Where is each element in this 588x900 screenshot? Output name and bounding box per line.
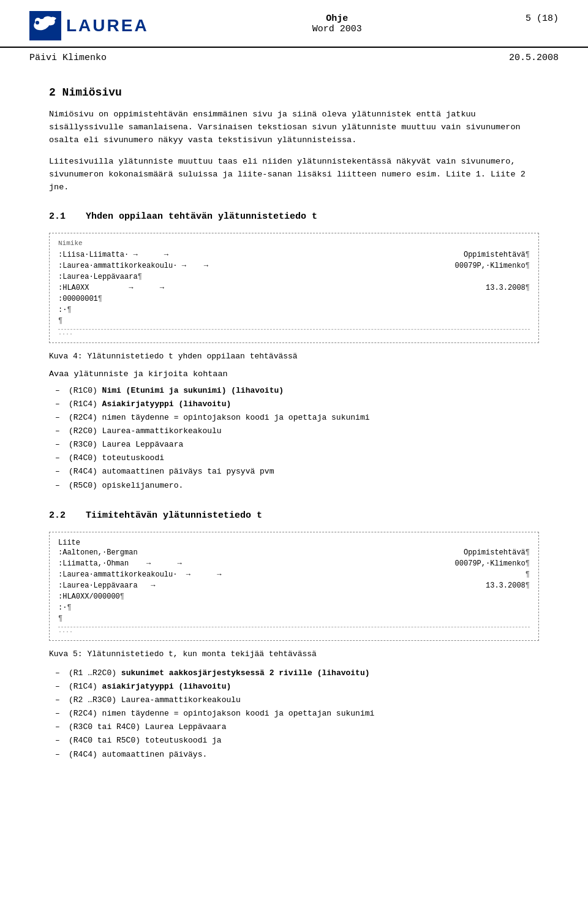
list-item: (R4C4) automaattinen päiväys tai pysyvä … (49, 466, 539, 478)
box1-row2: :Laurea·ammattikorkeakoulu· → → 00079P,·… (58, 260, 530, 271)
section2-para1: Nimiösivu on oppimistehtävän ensimmäinen… (49, 108, 539, 147)
main-content: 2 Nimiösivu Nimiösivu on oppimistehtävän… (0, 69, 588, 795)
box1-label: Nimike (58, 240, 530, 247)
list-item: (R1 …R2C0) sukunimet aakkosjärjestyksess… (49, 667, 539, 679)
section2-heading: 2 Nimiösivu (49, 86, 539, 99)
list-item: (R4C0 tai R5C0) toteutuskoodi ja (49, 735, 539, 747)
list-item: (R2 …R3C0) Laurea-ammattikorkeakoulu (49, 694, 539, 706)
box2-row2-right: 00079P,·Klimenko¶ (455, 558, 530, 569)
doc-date: 20.5.2008 (509, 53, 559, 63)
header-example-box-2: Liite :Aaltonen,·Bergman Oppimistehtävä¶… (49, 532, 539, 641)
page: LAUREA Ohje Word 2003 5 (18) Päivi Klime… (0, 0, 588, 900)
box1-row3: :Laurea·Leppävaara¶ (58, 271, 530, 282)
box2-row5: :HLA0XX/000000¶ (58, 591, 530, 602)
list-item: (R4C0) toteutuskoodi (49, 452, 539, 464)
bullet-list-2: (R1 …R2C0) sukunimet aakkosjärjestyksess… (49, 667, 539, 761)
list-item: (R1C4) Asiakirjatyyppi (lihavoitu) (49, 398, 539, 410)
author-name: Päivi Klimenko (29, 53, 107, 63)
box2-row1: :Aaltonen,·Bergman Oppimistehtävä¶ (58, 547, 530, 558)
header-center: Ohje Word 2003 (149, 11, 526, 34)
box2-row6: :·¶ (58, 602, 530, 613)
box1-row1: :Liisa·Liimatta· → → Oppimistehtävä¶ (58, 249, 530, 260)
list-item: (R2C4) nimen täydenne = opintojakson koo… (49, 412, 539, 424)
box2-footer: ···· (58, 629, 530, 635)
caption2: Kuva 5: Ylätunnistetiedo t, kun monta te… (49, 649, 539, 659)
svg-point-4 (36, 21, 39, 25)
box1-row4-left: :HLA0XX → → (58, 282, 164, 293)
box1-row2-left: :Laurea·ammattikorkeakoulu· → → (58, 260, 208, 271)
doc-label: Ohje (149, 13, 526, 24)
caption1: Kuva 4: Ylätunnistetiedo t yhden oppilaa… (49, 352, 539, 361)
list-item: (R4C4) automaattinen päiväys. (49, 749, 539, 761)
list-item: (R2C0) Laurea-ammattikorkeakoulu (49, 425, 539, 437)
box2-row2-left: :Liimatta,·Ohman → → (58, 558, 182, 569)
box1-row7: ¶ (58, 316, 530, 330)
section2-1-header: 2.1 Yhden oppilaan tehtävän ylätunnistet… (49, 211, 539, 222)
list-item: (R1C0) Nimi (Etunimi ja sukunimi) (lihav… (49, 385, 539, 397)
header: LAUREA Ohje Word 2003 5 (18) (0, 0, 588, 48)
section2-2-header: 2.2 Tiimitehtävän ylätunnistetiedo t (49, 510, 539, 521)
section2-para2: Liitesivuilla ylätunniste muuttuu taas e… (49, 156, 539, 194)
header-author-row: Päivi Klimenko 20.5.2008 (0, 48, 588, 69)
section2-1-number: 2.1 (49, 211, 86, 222)
box1-row5: :00000001¶ (58, 293, 530, 304)
list-item: (R5C0) opiskelijanumero. (49, 480, 539, 492)
box2-row1-right: Oppimistehtävä¶ (464, 547, 530, 558)
header-example-box-1: Nimike :Liisa·Liimatta· → → Oppimistehtä… (49, 233, 539, 343)
box1-footer: ···· (58, 331, 530, 338)
box1-row4-right: 13.3.2008¶ (486, 282, 530, 293)
box2-label: Liite (58, 539, 530, 547)
box2-row7: ¶ (58, 613, 530, 627)
instruction-text: Avaa ylätunniste ja kirjoita kohtaan (49, 369, 539, 379)
list-item: (R2C4) nimen täydenne = opintojakson koo… (49, 708, 539, 720)
box2-row3-right: ¶ (526, 569, 530, 580)
section2-2-number: 2.2 (49, 510, 86, 521)
list-item: (R3C0 tai R4C0) Laurea Leppävaara (49, 721, 539, 733)
box1-row1-left: :Liisa·Liimatta· → → (58, 249, 168, 260)
box2-row3-left: :Laurea·ammattikorkeakoulu· → → (58, 569, 221, 580)
section2-2-title: Tiimitehtävän ylätunnistetiedo t (86, 510, 262, 521)
box2-row1-left: :Aaltonen,·Bergman (58, 547, 138, 558)
section2-1-title: Yhden oppilaan tehtävän ylätunnistetiedo… (86, 211, 317, 222)
laurea-logo-icon (29, 11, 61, 40)
list-item: (R3C0) Laurea Leppävaara (49, 439, 539, 451)
page-number: 5 (18) (526, 11, 559, 24)
header-left: LAUREA (29, 11, 149, 40)
box2-row2: :Liimatta,·Ohman → → 00079P,·Klimenko¶ (58, 558, 530, 569)
list-item: (R1C4) asiakirjatyyppi (lihavoitu) (49, 681, 539, 693)
box1-row4: :HLA0XX → → 13.3.2008¶ (58, 282, 530, 293)
box2-row4-right: 13.3.2008¶ (486, 580, 530, 591)
box2-row4: :Laurea·Leppävaara → 13.3.2008¶ (58, 580, 530, 591)
bold-label: asiakirjatyyppi (lihavoitu) (102, 682, 232, 691)
box2-row4-left: :Laurea·Leppävaara → (58, 580, 155, 591)
box1-row6: :·¶ (58, 304, 530, 316)
doc-subtitle: Word 2003 (149, 24, 526, 34)
bold-label: Asiakirjatyyppi (lihavoitu) (102, 399, 232, 409)
bold-label: sukunimet aakkosjärjestyksessä 2 riville… (121, 668, 370, 678)
box2-row3: :Laurea·ammattikorkeakoulu· → → ¶ (58, 569, 530, 580)
bold-label: Nimi (Etunimi ja sukunimi) (lihavoitu) (102, 386, 284, 395)
logo-text: LAUREA (66, 16, 149, 36)
bullet-list-1: (R1C0) Nimi (Etunimi ja sukunimi) (lihav… (49, 385, 539, 492)
logo-area: LAUREA (29, 11, 149, 40)
box1-row2-right: 00079P,·Klimenko¶ (455, 260, 530, 271)
box1-row1-right: Oppimistehtävä¶ (464, 249, 530, 260)
